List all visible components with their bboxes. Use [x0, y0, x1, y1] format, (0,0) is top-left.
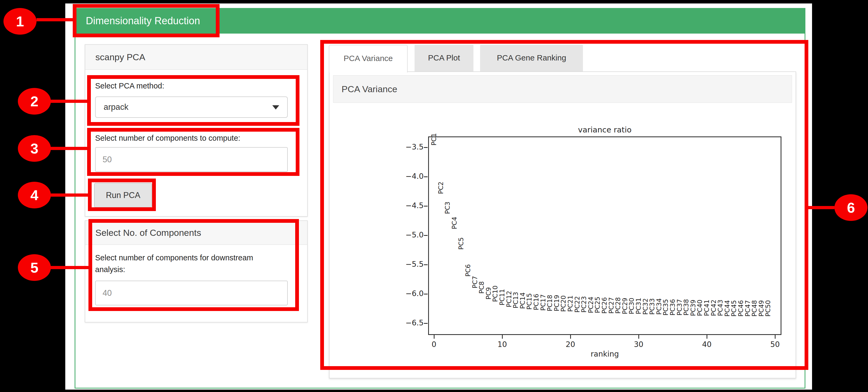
- x-tick-mark: [775, 335, 776, 339]
- data-point-label-pc8: PC8: [478, 281, 486, 294]
- x-tick-label: 50: [759, 340, 791, 349]
- data-point-label-pc31: PC31: [635, 298, 642, 314]
- select-components-panel-title: Select No. of Components: [95, 221, 201, 244]
- downstream-components-input[interactable]: [95, 281, 288, 305]
- data-point-label-pc32: PC32: [642, 298, 649, 315]
- data-point-label-pc11: PC11: [498, 289, 506, 305]
- data-point-label-pc45: PC45: [730, 300, 738, 316]
- x-tick-mark: [434, 335, 435, 339]
- tab-pca-variance-label: PCA Variance: [329, 45, 407, 71]
- pca-method-select[interactable]: arpack: [95, 96, 288, 118]
- data-point-label-pc49: PC49: [758, 300, 765, 316]
- downstream-label: Select number of components for downstre…: [95, 252, 271, 275]
- y-tick-mark: [424, 147, 428, 148]
- data-point-label-pc3: PC3: [444, 202, 451, 214]
- data-point-label-pc50: PC50: [764, 300, 772, 316]
- data-point-label-pc42: PC42: [710, 300, 717, 316]
- data-point-label-pc15: PC15: [526, 293, 533, 310]
- data-point-label-pc12: PC12: [505, 291, 513, 307]
- y-tick-label: −6.5: [381, 319, 424, 327]
- pca-variance-content-header: PCA Variance: [333, 75, 792, 103]
- callout-5: 5: [18, 254, 51, 281]
- data-point-label-pc10: PC10: [492, 285, 499, 302]
- tab-pca-gene-ranking[interactable]: PCA Gene Ranking: [480, 45, 583, 71]
- x-tick-label: 0: [418, 340, 450, 349]
- data-point-label-pc16: PC16: [533, 294, 540, 310]
- data-point-label-pc48: PC48: [751, 300, 758, 316]
- tab-pca-gene-ranking-label: PCA Gene Ranking: [480, 45, 583, 71]
- page-title: Dimensionality Reduction: [86, 8, 200, 34]
- data-point-label-pc13: PC13: [512, 292, 520, 308]
- tab-pca-variance[interactable]: PCA Variance: [329, 45, 408, 72]
- data-point-label-pc20: PC20: [560, 296, 567, 312]
- data-point-label-pc25: PC25: [594, 297, 601, 313]
- data-point-label-pc36: PC36: [669, 299, 677, 315]
- y-tick-label: −4.0: [381, 172, 424, 181]
- pca-variance-content-title: PCA Variance: [342, 76, 397, 102]
- data-point-label-pc24: PC24: [587, 297, 595, 313]
- callout-3: 3: [18, 135, 51, 162]
- data-point-label-pc33: PC33: [648, 298, 656, 315]
- ncomp-compute-label: Select number of components to compute:: [95, 132, 240, 144]
- data-point-label-pc1: PC1: [430, 133, 438, 146]
- data-point-label-pc43: PC43: [717, 300, 724, 316]
- data-point-label-pc30: PC30: [628, 298, 636, 314]
- y-tick-mark: [424, 206, 428, 207]
- data-point-label-pc28: PC28: [614, 297, 622, 314]
- callout-2: 2: [18, 88, 51, 115]
- data-point-label-pc44: PC44: [723, 300, 731, 316]
- tab-pca-plot[interactable]: PCA Plot: [414, 45, 473, 71]
- data-point-label-pc5: PC5: [458, 237, 465, 250]
- data-point-label-pc47: PC47: [744, 300, 751, 316]
- x-tick-mark: [570, 335, 571, 339]
- data-point-label-pc38: PC38: [683, 299, 690, 315]
- data-point-label-pc39: PC39: [689, 300, 697, 316]
- callout-6: 6: [834, 194, 867, 221]
- data-point-label-pc35: PC35: [662, 299, 670, 315]
- y-tick-label: −6.0: [381, 289, 424, 298]
- data-point-label-pc23: PC23: [580, 296, 588, 312]
- select-components-panel-header: Select No. of Components: [85, 221, 307, 245]
- data-point-label-pc37: PC37: [676, 299, 683, 315]
- scanpy-pca-panel-title: scanpy PCA: [95, 45, 145, 69]
- data-point-label-pc18: PC18: [546, 295, 554, 311]
- data-point-label-pc7: PC7: [471, 276, 479, 289]
- x-axis-label: ranking: [552, 350, 658, 358]
- callout-1: 1: [3, 8, 36, 35]
- run-pca-button[interactable]: Run PCA: [94, 183, 152, 208]
- data-point-label-pc27: PC27: [608, 297, 615, 314]
- y-tick-mark: [424, 294, 428, 295]
- y-tick-mark: [424, 235, 428, 236]
- y-tick-label: −5.0: [381, 231, 424, 239]
- pca-method-label: Select PCA method:: [95, 80, 164, 92]
- annotation-line-6: [808, 206, 834, 209]
- x-tick-label: 40: [691, 340, 723, 349]
- data-point-label-pc41: PC41: [703, 300, 711, 316]
- ncomp-compute-input[interactable]: [95, 147, 288, 172]
- data-point-label-pc26: PC26: [601, 297, 608, 314]
- chevron-down-icon: [272, 105, 279, 110]
- data-point-label-pc17: PC17: [539, 294, 547, 311]
- x-tick-label: 30: [623, 340, 655, 349]
- data-point-label-pc29: PC29: [621, 298, 629, 314]
- data-point-label-pc9: PC9: [485, 287, 492, 300]
- x-tick-mark: [502, 335, 503, 339]
- data-point-label-pc22: PC22: [574, 296, 581, 312]
- data-point-label-pc34: PC34: [655, 298, 663, 315]
- header-bar: Dimensionality Reduction: [74, 8, 805, 34]
- data-point-label-pc21: PC21: [567, 296, 574, 312]
- data-point-label-pc6: PC6: [464, 264, 472, 277]
- tab-pca-plot-label: PCA Plot: [414, 45, 473, 71]
- pca-method-selected-value: arpack: [104, 97, 128, 117]
- y-tick-label: −3.5: [381, 143, 424, 151]
- data-point-label-pc14: PC14: [519, 293, 526, 309]
- x-tick-mark: [707, 335, 707, 339]
- data-point-label-pc2: PC2: [437, 182, 445, 194]
- y-tick-label: −5.5: [381, 260, 424, 269]
- data-point-label-pc46: PC46: [737, 300, 745, 316]
- scanpy-pca-panel-header: scanpy PCA: [85, 45, 307, 70]
- plot-title: variance ratio: [498, 125, 711, 134]
- x-tick-label: 20: [554, 340, 586, 349]
- x-tick-mark: [638, 335, 639, 339]
- y-tick-mark: [424, 176, 428, 177]
